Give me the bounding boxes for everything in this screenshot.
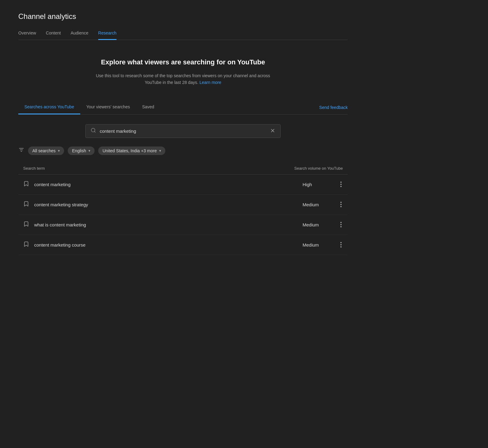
- volume-label-2: Medium: [303, 222, 339, 227]
- filters-row: All searches ▾ English ▾ United States, …: [18, 146, 348, 155]
- sub-tabs-container: Searches across YouTube Your viewers' se…: [18, 101, 348, 114]
- table-header-volume: Search volume on YouTube: [294, 166, 343, 171]
- sub-tab-saved[interactable]: Saved: [136, 101, 160, 114]
- hero-description-text: Use this tool to research some of the to…: [96, 73, 270, 85]
- tab-content[interactable]: Content: [46, 31, 61, 40]
- sub-tab-searches-youtube[interactable]: Searches across YouTube: [18, 101, 80, 114]
- bookmark-button-0[interactable]: [23, 181, 29, 188]
- table-row: what is content marketing Medium: [18, 215, 348, 235]
- more-button-0[interactable]: [339, 182, 343, 187]
- bookmark-button-2[interactable]: [23, 221, 29, 229]
- filter-location-chevron: ▾: [159, 149, 161, 153]
- filter-location-label: United States, India +3 more: [102, 148, 157, 153]
- svg-line-1: [94, 131, 95, 132]
- volume-label-3: Medium: [303, 242, 339, 247]
- term-name-0: content marketing: [34, 182, 303, 187]
- search-clear-button[interactable]: [270, 128, 275, 134]
- table-header-term: Search term: [23, 166, 45, 171]
- bookmark-button-1[interactable]: [23, 201, 29, 208]
- search-input[interactable]: [100, 128, 266, 134]
- filter-location[interactable]: United States, India +3 more ▾: [98, 146, 165, 155]
- filter-language-label: English: [72, 148, 86, 153]
- hero-description: Use this tool to research some of the to…: [92, 72, 274, 86]
- search-bar: [85, 124, 281, 138]
- page-container: Channel analytics Overview Content Audie…: [0, 0, 366, 267]
- search-icon: [91, 128, 96, 135]
- more-button-2[interactable]: [339, 222, 343, 227]
- sub-tabs: Searches across YouTube Your viewers' se…: [18, 101, 160, 114]
- send-feedback-button[interactable]: Send feedback: [319, 104, 348, 111]
- tab-overview[interactable]: Overview: [18, 31, 36, 40]
- filter-language[interactable]: English ▾: [68, 146, 95, 155]
- term-name-1: content marketing strategy: [34, 202, 303, 207]
- sub-tab-your-viewers[interactable]: Your viewers' searches: [80, 101, 136, 114]
- hero-section: Explore what viewers are searching for o…: [18, 40, 348, 101]
- learn-more-link[interactable]: Learn more: [199, 80, 221, 85]
- hero-title: Explore what viewers are searching for o…: [49, 58, 317, 66]
- volume-label-0: High: [303, 182, 339, 187]
- page-title: Channel analytics: [18, 12, 348, 21]
- more-button-1[interactable]: [339, 202, 343, 207]
- filter-all-searches-chevron: ▾: [58, 149, 60, 153]
- table-row: content marketing course Medium: [18, 235, 348, 255]
- volume-label-1: Medium: [303, 202, 339, 207]
- term-name-2: what is content marketing: [34, 222, 303, 227]
- filter-icon: [18, 147, 24, 154]
- table-row: content marketing High: [18, 175, 348, 195]
- table-header: Search term Search volume on YouTube: [18, 164, 348, 175]
- table-row: content marketing strategy Medium: [18, 195, 348, 215]
- more-button-3[interactable]: [339, 242, 343, 247]
- term-name-3: content marketing course: [34, 242, 303, 247]
- search-bar-container: [18, 124, 348, 138]
- filter-all-searches-label: All searches: [32, 148, 56, 153]
- tab-research[interactable]: Research: [98, 31, 117, 40]
- filter-all-searches[interactable]: All searches ▾: [28, 146, 64, 155]
- results-table: Search term Search volume on YouTube con…: [18, 164, 348, 255]
- bookmark-button-3[interactable]: [23, 241, 29, 249]
- filter-language-chevron: ▾: [88, 149, 90, 153]
- tab-audience[interactable]: Audience: [70, 31, 88, 40]
- nav-tabs: Overview Content Audience Research: [18, 31, 348, 40]
